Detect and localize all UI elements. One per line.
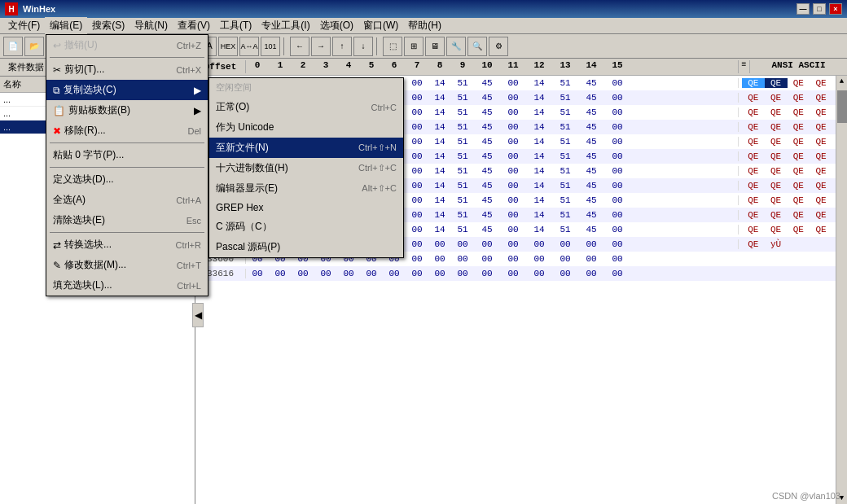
- ascii-char[interactable]: QE: [810, 93, 832, 103]
- hex-byte[interactable]: 51: [552, 166, 578, 176]
- hex-byte[interactable]: 45: [474, 151, 500, 161]
- hex-byte[interactable]: 51: [552, 93, 578, 103]
- ascii-char[interactable]: QE: [788, 225, 810, 234]
- hex-byte[interactable]: 45: [474, 107, 500, 117]
- ascii-char[interactable]: QE: [742, 210, 765, 220]
- ascii-char[interactable]: QE: [742, 78, 765, 88]
- ascii-char[interactable]: QE: [765, 137, 788, 147]
- ascii-char[interactable]: QE: [810, 137, 832, 147]
- ascii-char[interactable]: QE: [810, 107, 832, 117]
- hex-byte[interactable]: 45: [578, 78, 604, 88]
- menu-nav[interactable]: 导航(N): [129, 17, 173, 34]
- hex-byte[interactable]: 00: [269, 269, 292, 278]
- copy-pascal-src[interactable]: Pascal 源码(P): [209, 237, 403, 257]
- ascii-char[interactable]: yÙ: [765, 239, 788, 249]
- hex-byte[interactable]: 00: [500, 166, 526, 176]
- hex-byte[interactable]: 14: [526, 93, 552, 103]
- minimize-button[interactable]: —: [797, 3, 810, 15]
- ascii-char[interactable]: QE: [810, 181, 832, 191]
- hex-byte[interactable]: 51: [451, 78, 474, 88]
- toolbar-btn11[interactable]: ⚙: [489, 37, 508, 56]
- hex-row[interactable]: 3361600000000000000000000000000000000: [195, 266, 836, 281]
- hex-byte[interactable]: 00: [604, 254, 630, 264]
- hex-byte[interactable]: 14: [526, 195, 552, 205]
- copy-hex-val[interactable]: 十六进制数值(H) Ctrl+⇧+C: [209, 158, 403, 178]
- ascii-char[interactable]: QE: [742, 166, 765, 176]
- ascii-char[interactable]: QE: [788, 210, 810, 220]
- menu-options[interactable]: 选项(O): [315, 17, 358, 34]
- ascii-char[interactable]: QE: [742, 181, 765, 191]
- hex-byte[interactable]: 00: [406, 269, 428, 278]
- menu-view[interactable]: 查看(V): [173, 17, 215, 34]
- menu-paste0[interactable]: 粘贴 0 字节(P)...: [46, 145, 208, 165]
- hex-byte[interactable]: 00: [428, 254, 451, 264]
- menu-fill-sel[interactable]: 填充选块(L)... Ctrl+L: [46, 275, 208, 296]
- hex-byte[interactable]: 00: [604, 137, 630, 147]
- hex-byte[interactable]: 00: [604, 225, 630, 234]
- hex-byte[interactable]: 45: [578, 166, 604, 176]
- toolbar-btn6[interactable]: ⬚: [383, 37, 402, 56]
- hex-byte[interactable]: 14: [526, 78, 552, 88]
- hex-byte[interactable]: 14: [526, 122, 552, 132]
- maximize-button[interactable]: □: [813, 3, 826, 15]
- hex-byte[interactable]: 00: [552, 254, 578, 264]
- hex-byte[interactable]: 00: [500, 195, 526, 205]
- toolbar-btn3[interactable]: HEX: [218, 37, 238, 56]
- hex-byte[interactable]: 45: [578, 151, 604, 161]
- hex-byte[interactable]: 14: [526, 210, 552, 220]
- copy-editor-disp[interactable]: 编辑器显示(E) Alt+⇧+C: [209, 178, 403, 199]
- hex-byte[interactable]: 00: [406, 239, 428, 249]
- hex-byte[interactable]: 00: [604, 239, 630, 249]
- hex-byte[interactable]: 00: [604, 107, 630, 117]
- hex-byte[interactable]: 00: [604, 93, 630, 103]
- hex-byte[interactable]: 00: [500, 210, 526, 220]
- hex-byte[interactable]: 00: [451, 269, 474, 278]
- ascii-char[interactable]: QE: [742, 93, 765, 103]
- hex-byte[interactable]: 14: [428, 107, 451, 117]
- hex-byte[interactable]: 00: [406, 137, 428, 147]
- hex-byte[interactable]: 45: [578, 122, 604, 132]
- menu-undo[interactable]: ↩ 撤销(U) Ctrl+Z: [46, 35, 208, 55]
- toolbar-btn4[interactable]: A↔A: [239, 37, 259, 56]
- hex-byte[interactable]: 00: [604, 78, 630, 88]
- hex-byte[interactable]: 00: [526, 254, 552, 264]
- hex-byte[interactable]: 45: [474, 93, 500, 103]
- hex-byte[interactable]: 45: [578, 210, 604, 220]
- hex-byte[interactable]: 00: [526, 239, 552, 249]
- hex-byte[interactable]: 00: [406, 107, 428, 117]
- hex-byte[interactable]: 14: [526, 181, 552, 191]
- menu-modify-data[interactable]: ✎ 修改数据(M)... Ctrl+T: [46, 255, 208, 275]
- ascii-char[interactable]: QE: [765, 122, 788, 132]
- hex-byte[interactable]: 00: [406, 93, 428, 103]
- menu-protools[interactable]: 专业工具(I): [257, 17, 314, 34]
- hex-byte[interactable]: 00: [428, 239, 451, 249]
- toolbar-arrow-down[interactable]: ↓: [353, 37, 373, 56]
- ascii-char[interactable]: QE: [788, 195, 810, 205]
- hex-byte[interactable]: 00: [578, 269, 604, 278]
- hex-byte[interactable]: 14: [428, 225, 451, 234]
- ascii-char[interactable]: QE: [788, 181, 810, 191]
- toolbar-btn8[interactable]: 🖥: [425, 37, 445, 56]
- hex-byte[interactable]: 51: [451, 107, 474, 117]
- hex-byte[interactable]: 00: [604, 269, 630, 278]
- ascii-char[interactable]: QE: [810, 78, 832, 88]
- hex-byte[interactable]: 00: [474, 239, 500, 249]
- hex-byte[interactable]: 45: [578, 195, 604, 205]
- hex-byte[interactable]: 00: [292, 269, 314, 278]
- menu-search[interactable]: 搜索(S): [87, 17, 129, 34]
- hex-byte[interactable]: 51: [451, 137, 474, 147]
- hex-byte[interactable]: 45: [578, 107, 604, 117]
- hex-byte[interactable]: 51: [552, 181, 578, 191]
- hex-byte[interactable]: 00: [406, 78, 428, 88]
- hex-byte[interactable]: 00: [500, 181, 526, 191]
- hex-byte[interactable]: 45: [578, 225, 604, 234]
- hex-byte[interactable]: 00: [552, 269, 578, 278]
- hex-byte[interactable]: 51: [552, 151, 578, 161]
- hex-byte[interactable]: 00: [578, 254, 604, 264]
- menu-define-sel[interactable]: 定义选块(D)...: [46, 169, 208, 190]
- hex-byte[interactable]: 45: [474, 166, 500, 176]
- ascii-char[interactable]: QE: [742, 225, 765, 234]
- hex-byte[interactable]: 51: [451, 93, 474, 103]
- hex-byte[interactable]: 00: [552, 239, 578, 249]
- menu-cut[interactable]: ✂ 剪切(T)... Ctrl+X: [46, 59, 208, 80]
